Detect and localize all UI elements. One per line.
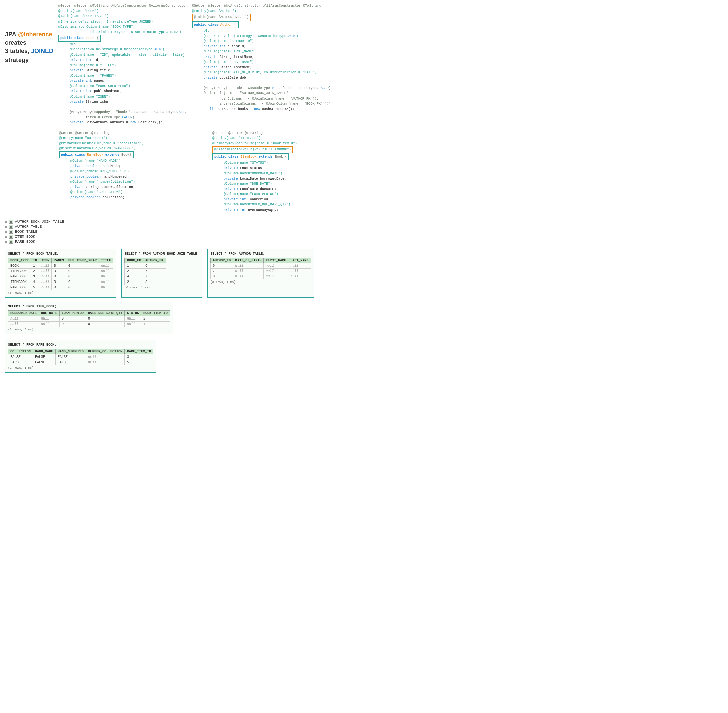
table-row: 8nullnullnull [210,274,311,279]
table-icon-1: ▤ [9,225,13,229]
rarebook-class-code: @Getter @Setter @ToString @Entity(name="… [59,130,206,213]
table-row: 28 [125,279,166,285]
rarebook-annotations: @Getter @Setter @ToString @Entity(name="… [59,130,206,159]
join-table-footer: (4 rows, 1 ms) [124,286,199,289]
col-number-collection: NUMBER_COLLECTION [86,349,125,355]
expand-icon-0[interactable]: ⊞ [5,219,7,224]
itembook-annotations: @Getter @Setter @ToString @Entity(name="… [212,130,359,161]
author-annotations: @Getter @Setter @NoArgsConstructor @AllA… [192,4,321,8]
rare-book-result: SELECT * FROM RARE_BOOK; COLLECTION HAND… [5,340,157,373]
col-dob: DATE_OF_BIRTH [233,258,264,263]
col-hand-made: HAND_MADE [33,349,55,355]
book-disctype: discriminatorType = DiscriminatorType.ST… [58,30,181,34]
author-class-code: @Getter @Setter @NoArgsConstructor @AllA… [189,3,359,125]
table-row: ITEMBOOK4null00null [8,279,113,285]
col-book-item-id: BOOK_ITEM_ID [141,311,170,316]
author-table-result: SELECT * FROM AUTHOR_TABLE; AUTHOR_ID DA… [207,249,314,298]
tree-label-2: BOOK_TABLE [15,230,37,234]
jpa-label-text: JPA @Inherence creates3 tables, JOINEDst… [5,31,54,63]
book-class-code: @Getter @Setter @ToString @NoArgsConstru… [58,3,189,125]
table-row: nullnull00null2 [8,316,170,322]
item-book-footer: (2 rows, 0 ms) [8,328,170,331]
expand-icon-2[interactable]: ⊞ [5,230,7,234]
author-entity: @Entity(name="Author") [192,9,237,13]
expand-icon-4[interactable]: ⊞ [5,240,7,244]
table-row: nullnull00null4 [8,322,170,327]
rare-book-footer: (2 rows, 1 ms) [8,366,154,370]
col-title: TITLE [99,258,113,263]
col-loan-period: LOAN_PERIOD [60,311,86,316]
author-table-sql: SELECT * FROM AUTHOR_TABLE; [210,252,311,256]
expand-icon-1[interactable]: ⊞ [5,225,7,229]
table-icon-3: ▤ [9,235,13,239]
col-isbn: ISBN [39,258,52,263]
author-body: @Id @GeneratedValue(strategy = Generatio… [192,28,359,112]
rarebook-body: @Column(name="HAND_MADE") private boolea… [59,158,206,200]
item-book-result: SELECT * FROM ITEM_BOOK; BORROWED_DATE D… [5,302,173,334]
col-status: STATUS [125,311,141,316]
book-table: @Table(name="BOOK_TABLE") [58,15,109,18]
table-row: 6nullnullnull [210,263,311,269]
author-class-decl: public class Author { [192,21,239,28]
item-book-data: BORROWED_DATE DUE_DATE LOAN_PERIOD OVER_… [8,310,170,327]
table-row: ITEMBOOK2null00null [8,269,113,274]
item-book-sql: SELECT * FROM ITEM_BOOK; [8,305,170,309]
book-table-result: SELECT * FROM BOOK_TABLE; BOOK_TYPE ID I… [5,249,116,298]
page: JPA @Inherence creates3 tables, JOINEDst… [0,0,364,376]
subclass-section: @Getter @Setter @ToString @Entity(name="… [5,130,359,213]
table-row: 47 [125,274,166,279]
table-row: 16 [125,263,166,269]
col-published-year: PUBLISHED_YEAR [66,258,99,263]
jpa-label: JPA @Inherence creates3 tables, JOINEDst… [5,3,55,125]
table-row: RAREBOOK3null00null [8,274,113,279]
tree-label-4: RARE_BOOK [15,240,35,244]
table-row: 7nullnullnull [210,269,311,274]
query-results-row1: SELECT * FROM BOOK_TABLE; BOOK_TYPE ID I… [5,249,359,298]
expand-icon-3[interactable]: ⊞ [5,235,7,239]
book-table-data: BOOK_TYPE ID ISBN PAGES PUBLISHED_YEAR T… [8,258,113,290]
author-table-data: AUTHOR_ID DATE_OF_BIRTH FIRST_NAME LAST_… [210,258,311,279]
tree-item-3: ⊞ ▤ ITEM_BOOK [5,235,359,239]
join-table-data: BOOK_FK AUTHOR_FK 16 27 47 28 [124,258,166,285]
code-section: JPA @Inherence creates3 tables, JOINEDst… [5,3,359,125]
rare-book-result-container: SELECT * FROM RARE_BOOK; COLLECTION HAND… [5,340,359,373]
tree-label-3: ITEM_BOOK [15,235,35,239]
col-hand-numbered: HAND_NUMBERED [55,349,86,355]
tree-label-1: AUTHOR_TABLE [15,225,42,229]
table-row: RAREBOOK5null00null [8,285,113,290]
col-book-fk: BOOK_FK [125,258,143,263]
table-row: FALSEFALSEFALSEnull5 [8,360,154,365]
tree-item-2: ⊞ ▤ BOOK_TABLE [5,230,359,234]
tree-label-0: AUTHOR_BOOK_JOIN_TABLE [15,219,64,224]
itembook-body: @Column(name="STATUS") private Enum stat… [212,160,359,213]
author-table-footer: (3 rows, 1 ms) [210,280,311,284]
book-table-footer: (5 rows, 1 ms) [8,291,113,295]
tree-item-0: ⊞ ▤ AUTHOR_BOOK_JOIN_TABLE [5,219,359,224]
col-first-name: FIRST_NAME [264,258,288,263]
col-over-due-days: OVER_DUE_DAYS_QTY [86,311,125,316]
rare-book-sql: SELECT * FROM RARE_BOOK; [8,343,154,347]
col-last-name: LAST_NAME [288,258,311,263]
col-pages: PAGES [52,258,66,263]
col-due-date: DUE_DATE [39,311,60,316]
author-table: @Table(name="AUTHOR_TABLE") [192,14,251,21]
col-id: ID [31,258,39,263]
db-tree: ⊞ ▤ AUTHOR_BOOK_JOIN_TABLE ⊞ ▤ AUTHOR_TA… [5,219,359,244]
col-author-fk: AUTHOR_FK [143,258,166,263]
rare-book-data: COLLECTION HAND_MADE HAND_NUMBERED NUMBE… [8,349,154,365]
table-row: FALSEFALSEFALSEnull3 [8,355,154,360]
book-table-sql: SELECT * FROM BOOK_TABLE; [8,252,113,256]
join-table-result: SELECT * FROM AUTHOR_BOOK_JOIN_TABLE; BO… [121,249,202,298]
table-icon-4: ▤ [9,240,13,244]
table-icon-0: ▤ [9,219,13,224]
book-inheritance: @Inheritance(strategy = InheritanceType.… [58,20,153,24]
col-author-id: AUTHOR_ID [210,258,233,263]
book-body: @Id @GeneratedValue(strategy = Generatio… [58,42,189,125]
col-book-type: BOOK_TYPE [8,258,31,263]
table-row: BOOK1null00null [8,263,113,269]
book-class-decl: public class Book { [58,35,101,42]
itembook-class-code: @Getter @Setter @ToString @Entity(name="… [212,130,359,213]
table-icon-2: ▤ [9,230,13,234]
col-rare-item-id: RARE_ITEM_ID [125,349,154,355]
tree-item-1: ⊞ ▤ AUTHOR_TABLE [5,225,359,229]
